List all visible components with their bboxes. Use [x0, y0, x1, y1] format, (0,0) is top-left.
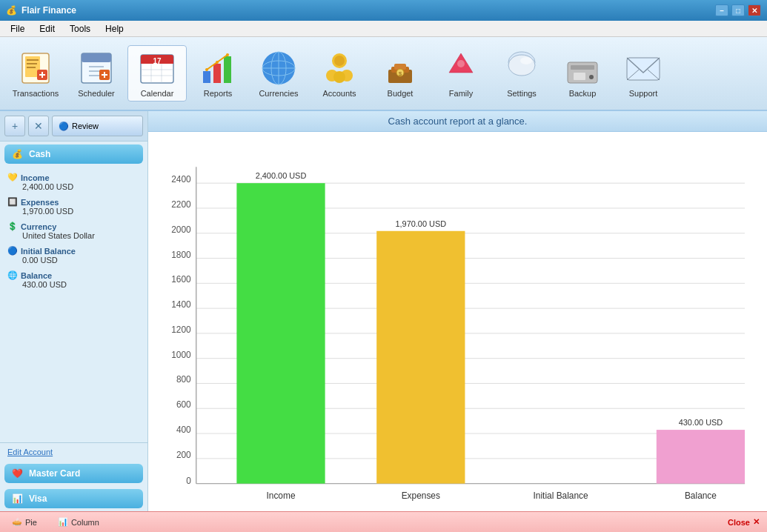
- currencies-label: Currencies: [259, 89, 298, 98]
- family-label: Family: [449, 89, 473, 98]
- sidebar: + ✕ 🔵 Review 💰 Cash 💛 Income 2,400.00 US…: [0, 111, 148, 511]
- edit-account-link[interactable]: Edit Account: [0, 442, 147, 461]
- currency-row: 💲 Currency United States Dollar: [7, 222, 140, 240]
- currency-value: United States Dollar: [7, 231, 140, 240]
- toolbar-family[interactable]: Family: [431, 46, 491, 101]
- calendar-icon: 17: [138, 49, 176, 87]
- minimize-button[interactable]: –: [715, 4, 728, 16]
- remove-account-button[interactable]: ✕: [28, 116, 49, 136]
- currency-label: 💲 Currency: [7, 222, 140, 231]
- svg-point-45: [457, 60, 465, 67]
- toolbar-scheduler[interactable]: Scheduler: [67, 46, 126, 101]
- expenses-label: 🔲 Expenses: [7, 197, 140, 207]
- family-icon: [442, 49, 480, 87]
- income-value: 2,400.00 USD: [7, 182, 140, 191]
- close-icon: ✕: [753, 517, 760, 527]
- add-account-button[interactable]: +: [4, 116, 25, 136]
- close-label: Close: [728, 518, 750, 527]
- svg-rect-53: [627, 58, 660, 80]
- review-button[interactable]: 🔵 Review: [52, 116, 143, 136]
- y-label-1800: 1800: [171, 250, 191, 260]
- svg-text:17: 17: [153, 57, 162, 65]
- svg-point-27: [205, 68, 208, 71]
- pie-chart-button[interactable]: 🥧 Pie: [7, 516, 41, 528]
- svg-point-36: [334, 56, 345, 66]
- transactions-label: Transactions: [13, 89, 59, 98]
- sidebar-toolbar: + ✕ 🔵 Review: [0, 111, 147, 142]
- visa-label: Visa: [29, 493, 47, 504]
- scheduler-icon: [77, 49, 116, 87]
- account-details: 💛 Income 2,400.00 USD 🔲 Expenses 1,970.0…: [0, 167, 147, 442]
- close-button-bottom[interactable]: Close ✕: [728, 517, 760, 527]
- accounts-icon: [320, 49, 359, 87]
- y-label-2400: 2400: [171, 174, 191, 184]
- svg-point-47: [508, 55, 535, 76]
- svg-point-51: [589, 75, 594, 79]
- balance-value: 430.00 USD: [7, 280, 140, 289]
- svg-rect-52: [574, 73, 585, 80]
- budget-label: Budget: [388, 89, 414, 98]
- column-label: Column: [71, 518, 99, 527]
- toolbar-support[interactable]: Support: [614, 46, 673, 101]
- balance-label: 🌐 Balance: [7, 270, 140, 280]
- expenses-bar-label: 1,970.00 USD: [396, 219, 447, 228]
- initial-balance-icon: 🔵: [7, 246, 18, 256]
- menu-edit[interactable]: Edit: [32, 22, 62, 36]
- expenses-icon: 🔲: [7, 197, 18, 207]
- column-chart-button[interactable]: 📊 Column: [53, 516, 104, 528]
- review-label: Review: [72, 122, 99, 130]
- svg-rect-26: [224, 56, 231, 83]
- title-icon: 💰: [6, 5, 17, 16]
- expenses-x-label: Expenses: [402, 491, 440, 501]
- cash-label: Cash: [29, 149, 50, 159]
- income-label: 💛 Income: [7, 173, 140, 182]
- toolbar-backup[interactable]: Backup: [553, 46, 612, 101]
- toolbar-transactions[interactable]: Transactions: [6, 46, 65, 101]
- calendar-label: Calendar: [141, 89, 174, 98]
- svg-point-29: [226, 53, 229, 56]
- balance-icon: 🌐: [7, 270, 18, 280]
- visa-icon: 📊: [12, 493, 23, 504]
- settings-icon: [502, 49, 541, 87]
- expenses-row: 🔲 Expenses 1,970.00 USD: [7, 197, 140, 216]
- bar-chart: 0 200 400 600 800 1000 1200 1400 1600 18…: [163, 139, 752, 504]
- menu-help[interactable]: Help: [98, 22, 131, 36]
- reports-label: Reports: [204, 89, 233, 98]
- title-bar-controls: – □ ✕: [715, 4, 761, 16]
- expenses-bar: [376, 231, 465, 484]
- expenses-value: 1,970.00 USD: [7, 207, 140, 216]
- y-label-800: 800: [176, 374, 191, 385]
- y-label-1600: 1600: [171, 274, 191, 285]
- initial-balance-value: 0.00 USD: [7, 256, 140, 265]
- menu-file[interactable]: File: [3, 22, 32, 36]
- initial-balance-x-label: Initial Balance: [534, 491, 589, 501]
- close-button[interactable]: ✕: [748, 4, 761, 16]
- toolbar: Transactions Scheduler 17: [0, 37, 767, 111]
- menu-tools[interactable]: Tools: [62, 22, 98, 36]
- y-label-2200: 2200: [171, 199, 191, 210]
- toolbar-accounts[interactable]: Accounts: [310, 46, 369, 101]
- account-mastercard[interactable]: ❤️ Master Card: [4, 464, 143, 483]
- toolbar-calendar[interactable]: 17 Calendar: [127, 45, 187, 102]
- maximize-button[interactable]: □: [731, 4, 745, 16]
- account-visa[interactable]: 📊 Visa: [4, 489, 143, 508]
- toolbar-budget[interactable]: $ Budget: [371, 46, 430, 101]
- balance-bar-label: 430.00 USD: [679, 418, 723, 427]
- pie-label: Pie: [25, 518, 37, 527]
- y-label-400: 400: [176, 425, 191, 435]
- toolbar-settings[interactable]: Settings: [492, 46, 551, 101]
- cash-icon: 💰: [12, 149, 23, 159]
- toolbar-reports[interactable]: Reports: [188, 46, 248, 101]
- window-title: Flair Finance: [21, 5, 76, 16]
- column-icon: 📊: [58, 517, 68, 527]
- account-cash[interactable]: 💰 Cash: [4, 144, 143, 164]
- balance-x-label: Balance: [685, 491, 717, 501]
- svg-point-28: [216, 61, 219, 64]
- svg-rect-9: [82, 53, 111, 62]
- income-x-label: Income: [266, 491, 295, 501]
- bottom-bar: 🥧 Pie 📊 Column Close ✕: [0, 511, 767, 532]
- toolbar-currencies[interactable]: Currencies: [249, 46, 308, 101]
- y-label-600: 600: [176, 399, 191, 410]
- y-label-2000: 2000: [171, 225, 191, 235]
- menu-bar: File Edit Tools Help: [0, 21, 767, 37]
